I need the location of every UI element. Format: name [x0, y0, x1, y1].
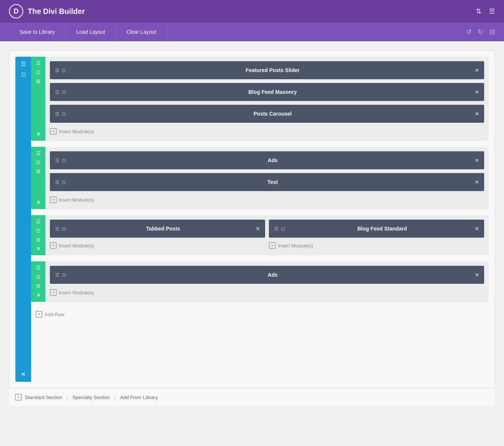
module-text[interactable]: ☰ ⊡ Text ✕ — [50, 173, 484, 191]
add-from-library-link[interactable]: Add From Library — [120, 395, 158, 400]
gs1-menu-icon[interactable]: ☰ — [36, 60, 41, 66]
clear-layout-button[interactable]: Clear Layout — [116, 23, 167, 41]
redo-icon[interactable]: ↻ — [478, 28, 483, 36]
module-close-blog-feed-masonry[interactable]: ✕ — [475, 89, 479, 95]
gs4-grid-icon[interactable]: ⊞ — [36, 283, 40, 288]
gs2-grid-icon[interactable]: ⊞ — [36, 169, 40, 174]
module-blog-feed-masonry[interactable]: ☰ ⊡ Blog Feed Masonry ✕ — [50, 83, 484, 101]
gs3-monitor-icon[interactable]: ⊡ — [36, 228, 40, 233]
section-3: ☰ ⊡ ⊞ ✕ ☰ ⊡ Ta — [31, 215, 489, 255]
module-monitor-icon: ⊡ — [62, 89, 66, 95]
insert-modules-3a[interactable]: + Insert Module(s) — [50, 241, 265, 250]
menu-icon[interactable]: ☰ — [489, 7, 495, 15]
gs3-menu-icon[interactable]: ☰ — [36, 219, 41, 224]
module-menu-icon: ☰ — [55, 179, 60, 185]
col-right-blog-feed-standard: ☰ ⊡ Blog Feed Standard ✕ + Insert Module… — [269, 220, 484, 250]
module-menu-icon: ☰ — [55, 158, 60, 163]
insert-modules-label-4: Insert Module(s) — [59, 290, 94, 295]
module-monitor-icon: ⊡ — [62, 272, 66, 278]
two-col-row-1: ☰ ⊡ Tabbed Posts ✕ + Insert Module(s) — [50, 220, 484, 250]
blue-monitor-icon[interactable]: ⊡ — [21, 72, 26, 78]
module-title-blog-feed-standard: Blog Feed Standard — [290, 226, 475, 232]
module-monitor-icon: ⊡ — [62, 179, 66, 185]
insert-icon-1: + — [50, 128, 57, 135]
module-close-tabbed-posts[interactable]: ✕ — [256, 226, 260, 232]
section-3-rows: ☰ ⊡ Tabbed Posts ✕ + Insert Module(s) — [45, 215, 489, 255]
module-menu-icon: ☰ — [55, 89, 60, 95]
section-2-rows: ☰ ⊡ Ads ✕ ☰ ⊡ Text ✕ — [45, 147, 489, 209]
gs2-close-icon[interactable]: ✕ — [36, 200, 40, 205]
separator-2: | — [114, 395, 116, 400]
insert-modules-4[interactable]: + Insert Module(s) — [50, 288, 484, 297]
app-title: The Divi Builder — [28, 7, 476, 16]
gs2-monitor-icon[interactable]: ⊡ — [36, 160, 40, 165]
layout-icon[interactable]: ⊟ — [489, 28, 495, 36]
module-monitor-icon: ⊡ — [62, 158, 66, 163]
module-posts-carousel[interactable]: ☰ ⊡ Posts Carousel ✕ — [50, 105, 484, 123]
green-sidebar-4: ☰ ⊡ ⊞ ✕ — [31, 261, 45, 302]
gs1-close-icon[interactable]: ✕ — [36, 131, 40, 137]
load-layout-button[interactable]: Load Layout — [66, 23, 116, 41]
insert-modules-3b[interactable]: + Insert Module(s) — [269, 241, 484, 250]
specialty-section-link[interactable]: Specialty Section — [72, 395, 110, 400]
gs4-menu-icon[interactable]: ☰ — [36, 265, 41, 270]
gs2-menu-icon[interactable]: ☰ — [36, 151, 41, 156]
module-featured-posts-slider[interactable]: ☰ ⊡ Featured Posts Slider ✕ — [50, 61, 484, 79]
blue-close-icon[interactable]: ✕ — [21, 371, 26, 377]
header-icons: ⇅ ☰ — [476, 7, 495, 15]
logo-letter: D — [14, 8, 19, 15]
standard-section-link[interactable]: Standard Section — [25, 395, 62, 400]
add-row-icon: + — [36, 311, 42, 318]
insert-modules-label-3b: Insert Module(s) — [278, 243, 313, 249]
toolbar-right-icons: ↺ ↻ ⊟ — [466, 28, 495, 36]
module-title-ads-1: Ads — [70, 157, 475, 163]
toolbar-bar: Save to Library Load Layout Clear Layout… — [0, 23, 504, 41]
insert-modules-label-1: Insert Module(s) — [59, 129, 94, 134]
section-1-rows: ☰ ⊡ Featured Posts Slider ✕ ☰ ⊡ Blog Fee… — [45, 57, 489, 141]
gs1-monitor-icon[interactable]: ⊡ — [36, 69, 40, 75]
module-monitor-icon: ⊡ — [281, 226, 285, 232]
gs4-close-icon[interactable]: ✕ — [36, 292, 40, 298]
bottom-add-icon[interactable]: + — [15, 394, 22, 401]
module-monitor-icon: ⊡ — [62, 68, 66, 73]
module-close-ads-1[interactable]: ✕ — [475, 158, 479, 163]
gs1-grid-icon[interactable]: ⊞ — [36, 78, 40, 84]
insert-icon-4: + — [50, 289, 57, 296]
col-left-tabbed-posts: ☰ ⊡ Tabbed Posts ✕ + Insert Module(s) — [50, 220, 265, 250]
module-title-blog-feed-masonry: Blog Feed Masonry — [70, 89, 475, 95]
section-2: ☰ ⊡ ⊞ ✕ ☰ ⊡ Ads ✕ — [31, 147, 489, 209]
module-menu-icon: ☰ — [55, 111, 60, 117]
module-close-blog-feed-standard[interactable]: ✕ — [475, 226, 479, 232]
insert-modules-1[interactable]: + Insert Module(s) — [50, 127, 484, 136]
module-blog-feed-standard[interactable]: ☰ ⊡ Blog Feed Standard ✕ — [269, 220, 484, 238]
module-icons: ☰ ⊡ — [274, 226, 285, 232]
blue-menu-icon[interactable]: ☰ — [21, 61, 26, 67]
save-to-library-button[interactable]: Save to Library — [9, 23, 66, 41]
separator-1: | — [67, 395, 68, 400]
green-sidebar-1: ☰ ⊡ ⊞ ✕ — [31, 57, 45, 141]
insert-icon-3a: + — [50, 242, 57, 249]
green-sidebar-2: ☰ ⊡ ⊞ ✕ — [31, 147, 45, 209]
module-title-featured-posts-slider: Featured Posts Slider — [70, 67, 475, 73]
module-close-featured-posts-slider[interactable]: ✕ — [475, 68, 479, 73]
blue-sidebar: ☰ ⊡ ✕ — [15, 57, 31, 382]
add-row-bar[interactable]: + Add Row — [31, 308, 489, 321]
insert-icon-3b: + — [269, 242, 276, 249]
insert-modules-2[interactable]: + Insert Module(s) — [50, 195, 484, 205]
module-monitor-icon: ⊡ — [62, 111, 66, 117]
module-ads-2[interactable]: ☰ ⊡ Ads ✕ — [50, 266, 484, 284]
add-row-label: Add Row — [45, 312, 64, 317]
gs4-monitor-icon[interactable]: ⊡ — [36, 274, 40, 279]
module-close-text[interactable]: ✕ — [475, 179, 479, 185]
undo-icon[interactable]: ↺ — [466, 28, 472, 36]
gs3-grid-icon[interactable]: ⊞ — [36, 237, 40, 242]
bottom-bar: + Standard Section | Specialty Section |… — [9, 388, 495, 406]
module-close-ads-2[interactable]: ✕ — [475, 272, 479, 278]
section-4-rows: ☰ ⊡ Ads ✕ + Insert Module(s) — [45, 261, 489, 302]
gs3-close-icon[interactable]: ✕ — [36, 246, 40, 252]
module-ads-1[interactable]: ☰ ⊡ Ads ✕ — [50, 151, 484, 169]
sort-icon[interactable]: ⇅ — [476, 7, 482, 15]
module-close-posts-carousel[interactable]: ✕ — [475, 111, 479, 117]
module-menu-icon: ☰ — [274, 226, 279, 232]
module-tabbed-posts[interactable]: ☰ ⊡ Tabbed Posts ✕ — [50, 220, 265, 238]
